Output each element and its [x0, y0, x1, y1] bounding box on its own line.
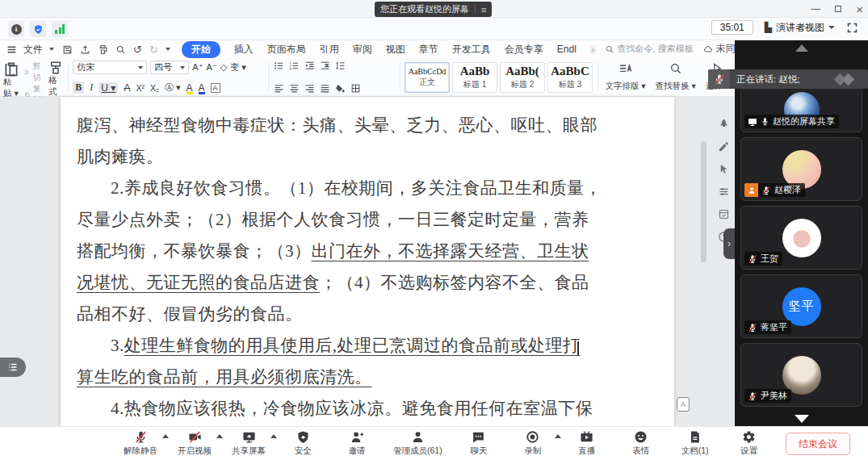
superscript-button[interactable]: X² [136, 83, 145, 93]
toolbar-caret-icon[interactable] [162, 434, 169, 438]
tab-4[interactable]: 审阅 [353, 43, 372, 56]
toolbar-chat-button[interactable]: 聊天 [461, 429, 497, 457]
bold-button[interactable]: B [73, 82, 84, 94]
toolbar-screen-share-button[interactable]: 共享屏幕 [231, 429, 266, 457]
format-painter-button[interactable]: 格式刷 [48, 61, 63, 94]
list-bullet-icon[interactable] [274, 61, 284, 71]
style-1[interactable]: AaBb标题 1 [452, 62, 497, 93]
scrollbar-handle[interactable] [701, 141, 707, 262]
redo-icon[interactable]: ↻ [149, 44, 158, 56]
toolbar-mic-muted-button[interactable]: 解除静音 [123, 429, 158, 457]
align-c-icon[interactable] [289, 83, 300, 94]
print-icon[interactable] [98, 44, 108, 55]
font-color-button[interactable]: A [199, 82, 205, 94]
save-icon[interactable] [62, 44, 73, 55]
tab-2[interactable]: 页面布局 [267, 43, 306, 56]
collapse-up-icon[interactable] [795, 44, 808, 52]
pen-icon[interactable] [718, 140, 730, 153]
borders-icon[interactable] [350, 83, 361, 94]
align-j-icon[interactable] [320, 83, 330, 94]
fullscreen-icon[interactable] [846, 22, 858, 34]
highlight-color-button[interactable]: A [187, 82, 193, 94]
shading-icon[interactable] [335, 83, 346, 94]
tab-active-0[interactable]: 开始 [182, 41, 220, 58]
phonetic-guide-icon[interactable]: 变 ▾ [230, 61, 246, 73]
italic-button[interactable]: I [90, 82, 93, 94]
style-0[interactable]: AaBbCcDd正文 [405, 62, 450, 93]
document-page[interactable]: 腹泻、神经型食物中毒症状：头痛、头晕、乏力、恶心、呕吐、眼部肌肉瘫痪。2.养成良… [61, 97, 674, 426]
find-replace-button[interactable]: 查找替换 ▾ [653, 61, 698, 94]
toolbar-live-button[interactable]: 直播 [569, 429, 605, 457]
align-r-icon[interactable] [304, 83, 315, 94]
clear-format-icon[interactable]: ◇ [220, 62, 227, 73]
underline-button[interactable]: U ▾ [99, 82, 118, 94]
minimize-button[interactable]: — [811, 4, 820, 14]
hamburger-menu-icon[interactable] [6, 44, 17, 55]
enclosed-char-button[interactable]: Ⓐ ▾ [165, 82, 181, 94]
participant-tile[interactable]: 王贺 [740, 206, 862, 270]
floating-list-widget[interactable] [0, 358, 26, 377]
toolbar-person-button[interactable]: 管理成员(61) [393, 429, 442, 457]
font-size-select[interactable]: 四号 [150, 61, 189, 74]
scroll-down-icon[interactable] [795, 415, 809, 423]
undo-icon[interactable]: ↺ [133, 44, 142, 56]
style-3[interactable]: AaBbC标题 3 [547, 62, 593, 93]
toolbar-caret-icon[interactable] [555, 434, 561, 438]
toolbar-doc-button[interactable]: 文档(1) [677, 429, 713, 457]
cursor-icon[interactable] [718, 163, 730, 175]
quickbar-chevron-icon[interactable] [166, 48, 170, 51]
translate-tool-icon[interactable]: A [677, 397, 690, 412]
document-scrollbar[interactable] [701, 97, 707, 426]
muted-mic-icon[interactable] [708, 69, 730, 89]
toolbar-shield-button[interactable]: 安全 [285, 429, 321, 457]
toolbar-caret-icon[interactable] [270, 434, 277, 438]
banner-menu-icon[interactable]: ≡ [481, 5, 486, 15]
tab-9[interactable]: Endl [557, 44, 577, 55]
paste-button[interactable]: 粘贴 ▾ [3, 61, 19, 94]
restore-button[interactable] [835, 4, 841, 14]
sliders-icon[interactable] [718, 186, 730, 198]
outdent-icon[interactable] [304, 61, 315, 71]
participant-tile[interactable]: 赵樱泽 [740, 137, 862, 201]
print-preview-icon[interactable] [115, 44, 126, 55]
rocket-icon[interactable] [718, 118, 730, 130]
tab-7[interactable]: 开发工具 [452, 43, 491, 56]
tab-3[interactable]: 引用 [320, 43, 339, 56]
watching-banner[interactable]: 您正在观看赵悦的屏幕 ≡ [375, 2, 492, 17]
network-signal-icon[interactable] [52, 21, 68, 37]
font-name-select[interactable]: 仿宋 [73, 61, 147, 74]
file-menu[interactable]: 文件 [23, 43, 43, 56]
archive-icon[interactable] [718, 208, 730, 220]
style-2[interactable]: AaBb(标题 2 [500, 62, 545, 93]
toolbar-emoji-button[interactable]: 表情 [623, 429, 659, 457]
strikethrough-button[interactable]: A [124, 82, 130, 94]
tabs-overflow-button[interactable]: › [590, 45, 596, 54]
indent-icon[interactable] [320, 61, 330, 71]
command-search[interactable]: 查找命令, 搜索模板 [605, 43, 694, 55]
character-border-button[interactable]: A [211, 83, 220, 93]
end-meeting-button[interactable]: 结束会议 [786, 433, 850, 455]
text-layout-button[interactable]: 文字排版 ▾ [602, 61, 648, 94]
participant-tile[interactable]: 坚平蒋坚平 [740, 274, 862, 338]
export-icon[interactable] [80, 44, 90, 55]
toolbar-person-add-button[interactable]: 邀请 [339, 429, 375, 457]
participant-tile-screen-share[interactable]: 赵悦的屏幕共享 [740, 87, 862, 132]
line-sp-icon[interactable] [335, 61, 346, 71]
toolbar-camera-off-button[interactable]: 开启视频 [177, 429, 212, 457]
increase-font-icon[interactable]: A⁺ [192, 62, 203, 73]
toolbar-record-button[interactable]: 录制 [515, 429, 551, 457]
cut-button[interactable]: 剪切 [24, 61, 44, 83]
align-l-icon[interactable] [274, 83, 284, 94]
tab-8[interactable]: 会员专享 [505, 43, 543, 56]
panel-expand-tab[interactable]: › [723, 228, 735, 259]
toolbar-gear-button[interactable]: 设置 [732, 429, 767, 457]
view-mode-button[interactable]: ▙ 演讲者视图 [765, 21, 835, 35]
meeting-info-icon[interactable]: i [8, 21, 24, 37]
decrease-font-icon[interactable]: A⁻ [207, 62, 217, 73]
list-num-icon[interactable]: 123 [289, 61, 300, 71]
security-shield-icon[interactable] [30, 21, 46, 37]
toolbar-caret-icon[interactable] [216, 434, 223, 438]
subscript-button[interactable]: X₂ [150, 83, 159, 93]
tab-1[interactable]: 插入 [234, 43, 254, 56]
participant-tile[interactable]: 尹美林 [740, 343, 862, 407]
